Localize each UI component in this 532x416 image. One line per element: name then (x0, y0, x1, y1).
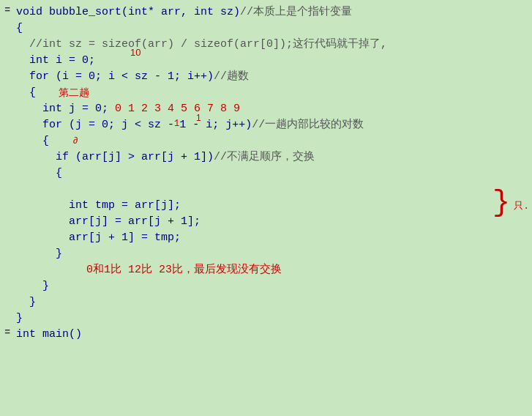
code-editor: = void bubble_sort(int* arr, int sz)//本质… (0, 0, 532, 416)
code-line-13: int tmp = arr[j]; (0, 198, 532, 214)
line-4-text: int i = 0; (13, 53, 95, 69)
line-6-text: { (13, 85, 36, 101)
line-10-text: if (arr[j] > arr[j + 1])//不满足顺序，交换 (13, 149, 315, 166)
code-line-15: arr[j + 1] = tmp; (0, 230, 532, 246)
code-line-20: } (0, 311, 532, 327)
code-line-17: 0和1比 12比 23比，最后发现没有交换 (0, 262, 532, 278)
gutter-1: = (0, 4, 13, 15)
code-line-2: { (0, 21, 532, 37)
code-line-3: //int sz = sizeof(arr) / sizeof(arr[0]);… (0, 37, 532, 53)
line-8-text: for (j = 0; j < sz -11 - i; j++)//一趟内部比较… (13, 117, 364, 133)
line-13-text: int tmp = arr[j]; (13, 198, 181, 214)
code-line-8: for (j = 0; j < sz -11 - i; j++)//一趟内部比较… (0, 117, 532, 133)
gutter-21: = (0, 327, 13, 338)
line-20-text: } (13, 311, 23, 327)
annotation-second-pass: 第二趟 (59, 86, 89, 100)
line-7-text: int j = 0; 0 1 2 3 4 5 6 7 8 9 (13, 101, 240, 117)
line-14-text: arr[j] = arr[j + 1]; (13, 214, 201, 230)
line-19-text: } (13, 294, 36, 311)
code-line-7: int j = 0; 0 1 2 3 4 5 6 7 8 9 (0, 101, 532, 117)
code-line-1: = void bubble_sort(int* arr, int sz)//本质… (0, 4, 532, 21)
line-17-text: 0和1比 12比 23比，最后发现没有交换 (13, 262, 282, 278)
code-line-11: { (0, 166, 532, 182)
line-2-text: { (13, 21, 23, 37)
code-line-4: int i = 0; 10 (0, 53, 532, 69)
code-line-12 (0, 182, 532, 198)
annotation-d: ∂ (73, 135, 78, 146)
code-line-6: { 第二趟 (0, 85, 532, 101)
line-1-text: void bubble_sort(int* arr, int sz)//本质上是… (13, 4, 352, 21)
code-line-14: arr[j] = arr[j + 1]; (0, 214, 532, 230)
line-11-text: { (13, 166, 62, 182)
line-3-text: //int sz = sizeof(arr) / sizeof(arr[0]);… (13, 37, 387, 53)
line-5-text: for (i = 0; i < sz - 1; i++)//趟数 (13, 69, 249, 85)
code-line-9: { ∂ (0, 133, 532, 149)
code-line-18: } (0, 278, 532, 294)
code-line-21: = int main() (0, 327, 532, 343)
code-line-19: } (0, 294, 532, 311)
line-15-text: arr[j + 1] = tmp; (13, 230, 181, 246)
code-line-16: } (0, 246, 532, 262)
line-9-text: { (13, 133, 49, 149)
line-18-text: } (13, 278, 49, 294)
code-line-10: if (arr[j] > arr[j + 1])//不满足顺序，交换 (0, 149, 532, 166)
code-line-5: for (i = 0; i < sz - 1; i++)//趟数 (0, 69, 532, 85)
line-21-text: int main() (13, 327, 82, 343)
line-16-text: } (13, 246, 62, 262)
